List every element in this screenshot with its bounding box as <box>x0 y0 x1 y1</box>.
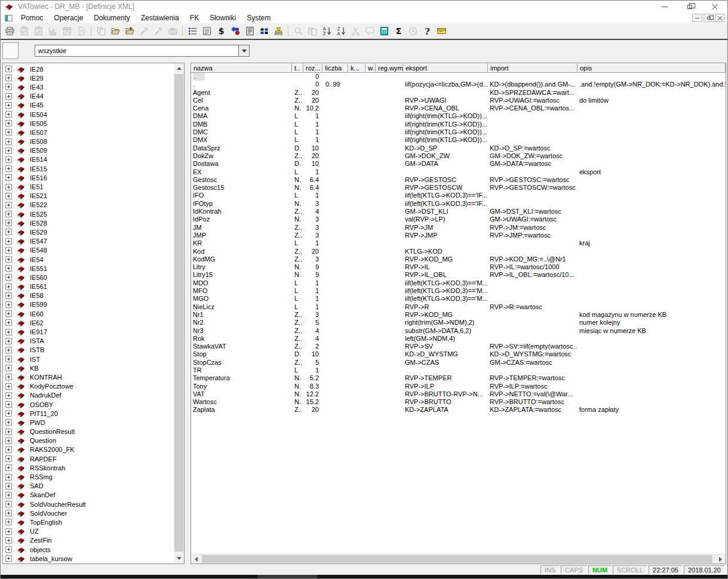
expand-plus-icon[interactable] <box>5 229 12 235</box>
tree-item-rsskontrah[interactable]: RSSkontrah <box>3 463 173 472</box>
tree-item-ie504[interactable]: IE504 <box>3 110 173 119</box>
expand-plus-icon[interactable] <box>5 528 12 535</box>
tree-item-zestfin[interactable]: ZestFin <box>3 536 173 545</box>
column-header-k[interactable]: k... <box>348 63 365 73</box>
table-row[interactable]: VATN.12.2RVP->BRUTTO-RVP->N...RVP->NETTO… <box>191 390 726 398</box>
tree-item-rapdef[interactable]: RAPDEF <box>3 454 173 463</box>
table-row[interactable]: DMAL1iif(right(trim(KTLG->KOD))... <box>191 112 726 120</box>
expand-plus-icon[interactable] <box>5 193 12 199</box>
tree-item-ie515[interactable]: IE515 <box>3 164 173 173</box>
column-header-liczba[interactable]: liczba <box>322 63 348 73</box>
expand-plus-icon[interactable] <box>5 138 12 145</box>
tree-item-ie528[interactable]: IE528 <box>3 218 173 227</box>
combobox-dropdown-button[interactable] <box>238 45 249 56</box>
expand-plus-icon[interactable] <box>5 555 12 562</box>
tree-item-ie561[interactable]: IE561 <box>3 282 173 291</box>
tree-item-soldvoucher[interactable]: SoldVoucher <box>3 509 173 518</box>
table-row[interactable]: Nr2Z..5right(trim(GM->NDM),2)numer kolej… <box>191 319 726 327</box>
expand-plus-icon[interactable] <box>5 546 12 553</box>
expand-plus-icon[interactable] <box>5 347 12 353</box>
tree-item-ie507[interactable]: IE507 <box>3 128 173 137</box>
tree-item-sad[interactable]: SAD <box>3 482 173 491</box>
expand-plus-icon[interactable] <box>5 211 12 217</box>
tree-item-ie54[interactable]: IE54 <box>3 255 173 264</box>
table-row[interactable]: MGOL1iif(left(KTLG->KOD,3)=='M... <box>191 295 726 303</box>
expand-plus-icon[interactable] <box>5 238 12 245</box>
table-row[interactable]: DataSprzD.10KD->D_SPKD->D_SP:=wartosc <box>191 144 726 152</box>
table-row[interactable]: Litry15N.9RVP->IL_OBLRVP->IL_OBL:=wartos… <box>191 271 726 279</box>
tree-item-ie917[interactable]: IE917 <box>3 327 173 336</box>
clipboard-edit-button[interactable] <box>31 24 45 38</box>
scroll-down-button[interactable] <box>174 553 184 563</box>
scroll-left-button[interactable] <box>191 555 201 564</box>
camera-button[interactable] <box>165 24 180 38</box>
table-row[interactable]: IdPozN.3val(RVP->LP)GM->UWAGI:=wartosc <box>191 215 726 223</box>
panel-splitter[interactable] <box>185 61 191 565</box>
tree-item-ie516[interactable]: IE516 <box>3 173 173 182</box>
table-row[interactable]: KodMGZ..3RVP->KOD_MGRVP->KOD_MG:=..\@Nr1 <box>191 255 726 263</box>
tree-item-ie29[interactable]: IE29 <box>3 73 173 82</box>
minimize-button[interactable] <box>652 1 677 13</box>
tree-item-objects[interactable]: objects <box>3 545 173 554</box>
tree-item-rssmg[interactable]: RSSmg <box>3 472 173 481</box>
tree-item-ie45[interactable]: IE45 <box>3 101 173 110</box>
expand-plus-icon[interactable] <box>5 202 12 208</box>
sort-az-button[interactable] <box>320 24 334 38</box>
restore-button[interactable] <box>677 1 702 13</box>
expand-plus-icon[interactable] <box>5 102 12 109</box>
tree-item-ie508[interactable]: IE508 <box>3 137 173 146</box>
expand-plus-icon[interactable] <box>5 265 12 272</box>
mdi-close-button[interactable] <box>715 14 725 22</box>
menu-item-system[interactable]: System <box>241 13 276 23</box>
comment-button[interactable] <box>363 24 377 38</box>
expand-plus-icon[interactable] <box>5 410 12 417</box>
table-row[interactable]: RokZ..4left(GM->NDM,4) <box>191 335 726 343</box>
tree-item-soldvoucherresult[interactable]: SoldVoucherResult <box>3 500 173 509</box>
tree-item-ie44[interactable]: IE44 <box>3 92 173 101</box>
expand-plus-icon[interactable] <box>5 464 12 471</box>
table-row[interactable]: TemperaturaN.5.2RVP->TEMPERRVP->TEMPER:=… <box>191 374 726 382</box>
mdi-restore-button[interactable] <box>704 14 714 22</box>
tree-item-ie551[interactable]: IE551 <box>3 264 173 273</box>
tree-item-kodypocztowe[interactable]: KodyPocztowe <box>3 382 173 391</box>
tree-item-ie43[interactable]: IE43 <box>3 82 173 91</box>
document-button[interactable] <box>74 24 88 38</box>
table-row[interactable]: StopD.10KD->D_WYSTMGKD->D_WYSTMG:=wartos… <box>191 350 726 358</box>
expand-plus-icon[interactable] <box>5 483 12 489</box>
column-header-reg-wym[interactable]: reg.wym. <box>376 63 403 73</box>
column-header-roz[interactable]: roz... <box>303 63 322 73</box>
tree-item-skandef[interactable]: SkanDef <box>3 491 173 500</box>
table-row[interactable]: DokZwZ..20GM->DOK_ZWGM->DOK_ZW:=wartosc <box>191 152 726 160</box>
expand-plus-icon[interactable] <box>5 474 12 481</box>
notes-button[interactable] <box>199 24 214 38</box>
expand-plus-icon[interactable] <box>5 120 12 127</box>
table-row[interactable]: TonyN.8.3RVP->ILPRVP->ILP:=wartosc <box>191 383 726 390</box>
tree-item-kontrah[interactable]: KONTRAH <box>3 372 173 381</box>
tree-item-istb[interactable]: ISTB <box>3 346 173 355</box>
table-row[interactable]: IdKontrahZ..4GM->DST_KLIGM->DST_KLI:=war… <box>191 208 726 215</box>
expand-plus-icon[interactable] <box>5 419 12 426</box>
expand-plus-icon[interactable] <box>5 338 12 344</box>
tree-item-ie560[interactable]: IE560 <box>3 273 173 282</box>
tree-item-pwd[interactable]: PWD <box>3 418 173 427</box>
table-row[interactable]: .0 <box>191 73 726 81</box>
expand-plus-icon[interactable] <box>5 310 12 317</box>
mdi-minimize-button[interactable] <box>692 14 702 22</box>
copy-button[interactable] <box>94 24 108 38</box>
table-row[interactable]: JMPZ..3RVP->JMPRVP->JMP:=wartosc <box>191 232 726 239</box>
expand-plus-icon[interactable] <box>5 501 12 507</box>
tree-vertical-scrollbar[interactable] <box>174 63 184 563</box>
table-row[interactable]: MDOL1iif(left(KTLG->KOD,3)=='M... <box>191 279 726 287</box>
folder-import-button[interactable] <box>122 24 137 38</box>
expand-plus-icon[interactable] <box>5 455 12 462</box>
expand-plus-icon[interactable] <box>5 84 12 90</box>
table-row[interactable]: .00..99iif(pozycja<=liczba,GM->(d...KD->… <box>191 81 726 88</box>
expand-plus-icon[interactable] <box>5 292 12 299</box>
scroll-up-button[interactable] <box>174 63 184 73</box>
menu-item-dokumenty[interactable]: Dokumenty <box>88 13 136 23</box>
table-row[interactable]: Gestosc15N.6.4RVP->GESTOSCWRVP->GESTOSCW… <box>191 184 726 192</box>
expand-plus-icon[interactable] <box>5 93 12 100</box>
column-header-w[interactable]: w. <box>365 63 376 73</box>
filter-tool-box[interactable] <box>2 42 19 59</box>
expand-plus-icon[interactable] <box>5 147 12 154</box>
